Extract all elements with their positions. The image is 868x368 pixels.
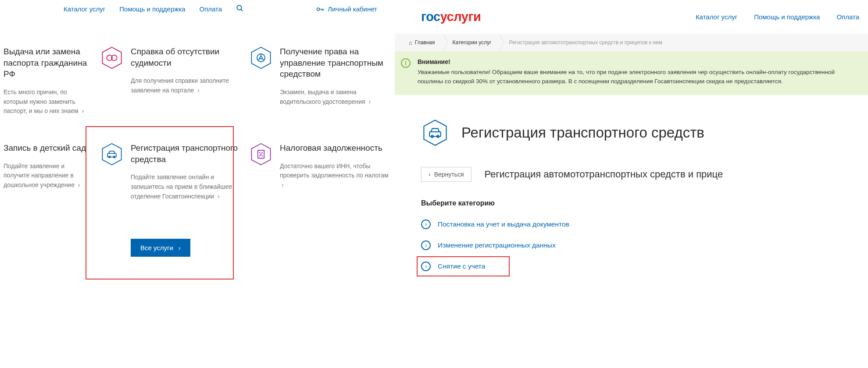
handcuffs-icon bbox=[100, 46, 124, 70]
chevron-right-icon: › bbox=[216, 193, 220, 200]
arrow-circle-icon: › bbox=[421, 219, 431, 229]
page-title: Регистрация транспортного средств bbox=[461, 124, 704, 141]
svg-line-14 bbox=[262, 59, 264, 60]
arrow-circle-icon: › bbox=[421, 241, 431, 250]
right-top-nav: госуслуги Каталог услуг Помощь и поддерж… bbox=[421, 0, 868, 34]
card-vehicle-registration[interactable]: Регистрация транспортного средства Подай… bbox=[100, 142, 240, 257]
card-criminal-record[interactable]: Справка об отсутствии судимости Для полу… bbox=[100, 46, 240, 116]
all-services-label: Все услуги bbox=[140, 244, 173, 251]
svg-point-0 bbox=[237, 5, 242, 10]
sub-header: ‹ Вернуться Регистрация автомототранспор… bbox=[421, 167, 868, 182]
back-label: Вернуться bbox=[434, 171, 464, 178]
breadcrumb-categories[interactable]: Категории услуг bbox=[443, 34, 500, 51]
nav-catalog[interactable]: Каталог услуг bbox=[64, 5, 105, 13]
svg-marker-24 bbox=[424, 120, 446, 145]
svg-point-22 bbox=[259, 152, 261, 153]
chevron-right-icon: › bbox=[282, 181, 284, 188]
percent-document-icon bbox=[249, 142, 273, 166]
card-desc: Достаточно вашего ИНН, чтобы проверить з… bbox=[280, 162, 389, 190]
category-label: Постановка на учет и выдача документов bbox=[438, 220, 569, 228]
choose-category-label: Выберите категорию bbox=[421, 199, 868, 207]
card-passport[interactable]: Выдача или замена паспорта гражданина РФ… bbox=[4, 46, 91, 116]
category-label: Изменение регистрационных данных bbox=[438, 241, 556, 249]
car-icon bbox=[100, 142, 124, 166]
home-icon: ⌂ bbox=[409, 39, 412, 46]
nav-pay[interactable]: Оплата bbox=[836, 13, 859, 21]
nav-pay[interactable]: Оплата bbox=[200, 5, 222, 13]
gosuslugi-logo[interactable]: госуслуги bbox=[421, 10, 481, 24]
card-title: Справка об отсутствии судимости bbox=[131, 46, 240, 68]
services-grid: Выдача или замена паспорта гражданина РФ… bbox=[0, 20, 395, 257]
arrow-circle-icon: › bbox=[421, 262, 431, 271]
card-title: Запись в детский сад bbox=[4, 142, 91, 154]
account-label: Личный кабинет bbox=[328, 5, 377, 13]
left-top-nav: Каталог услуг Помощь и поддержка Оплата … bbox=[0, 0, 395, 20]
search-icon[interactable] bbox=[236, 4, 244, 14]
card-kindergarten[interactable]: Запись в детский сад Подайте заявление и… bbox=[4, 142, 91, 257]
card-title: Налоговая задолженность bbox=[280, 142, 389, 154]
alert-icon: ! bbox=[401, 58, 411, 68]
car-icon bbox=[421, 119, 449, 147]
sub-title: Регистрация автомототранспортных средств… bbox=[485, 169, 723, 180]
svg-marker-15 bbox=[102, 144, 121, 165]
svg-line-13 bbox=[258, 59, 260, 60]
card-desc: Подайте заявление онлайн и запишитесь на… bbox=[131, 173, 240, 201]
key-icon bbox=[316, 6, 324, 12]
steering-wheel-icon bbox=[249, 46, 273, 70]
chevron-right-icon: › bbox=[179, 244, 181, 251]
card-desc: Есть много причин, по которым нужно заме… bbox=[4, 88, 91, 116]
attention-alert: ! Внимание! Уважаемые пользователи! Обра… bbox=[395, 51, 868, 95]
svg-point-11 bbox=[260, 57, 262, 59]
svg-marker-9 bbox=[251, 47, 270, 69]
card-driving-license[interactable]: Получение права на управление транспортн… bbox=[249, 46, 389, 116]
alert-title: Внимание! bbox=[418, 58, 859, 65]
back-button[interactable]: ‹ Вернуться bbox=[421, 167, 472, 182]
breadcrumb-current: Регистрация автомототранспортных средств… bbox=[499, 34, 670, 51]
account-link[interactable]: Личный кабинет bbox=[316, 5, 377, 13]
card-desc: Для получения справки заполните заявлени… bbox=[131, 76, 240, 95]
card-title: Получение права на управление транспортн… bbox=[280, 46, 389, 80]
category-label: Снятие с учета bbox=[438, 262, 485, 270]
chevron-left-icon: ‹ bbox=[429, 171, 431, 178]
chevron-right-icon: › bbox=[196, 87, 200, 94]
category-item-registration[interactable]: › Постановка на учет и выдача документов bbox=[421, 219, 868, 229]
card-title: Выдача или замена паспорта гражданина РФ bbox=[4, 46, 91, 80]
breadcrumb-home[interactable]: ⌂ Главная bbox=[399, 34, 443, 51]
nav-help[interactable]: Помощь и поддержка bbox=[754, 13, 820, 21]
chevron-right-icon: › bbox=[367, 98, 371, 105]
category-item-deregister[interactable]: › Снятие с учета bbox=[421, 262, 868, 271]
breadcrumb: ⌂ Главная Категории услуг Регистрация ав… bbox=[395, 34, 868, 51]
category-item-change-data[interactable]: › Изменение регистрационных данных bbox=[421, 241, 868, 250]
chevron-right-icon: › bbox=[76, 181, 80, 188]
all-services-button[interactable]: Все услуги › bbox=[131, 239, 190, 257]
card-title: Регистрация транспортного средства bbox=[131, 142, 240, 165]
svg-point-23 bbox=[261, 155, 263, 156]
alert-body: Уважаемые пользователи! Обращаем ваше вн… bbox=[418, 68, 859, 86]
card-tax-debt[interactable]: Налоговая задолженность Достаточно вашег… bbox=[249, 142, 389, 257]
chevron-right-icon: › bbox=[80, 107, 84, 114]
page-hero: Регистрация транспортного средств bbox=[421, 119, 868, 147]
svg-line-1 bbox=[241, 9, 243, 11]
svg-point-2 bbox=[317, 8, 320, 11]
category-list: › Постановка на учет и выдача документов… bbox=[421, 219, 868, 271]
card-desc: Экзамен, выдача и замена водительского у… bbox=[280, 88, 389, 106]
nav-help[interactable]: Помощь и поддержка bbox=[119, 5, 185, 13]
card-desc: Подайте заявление и получите направление… bbox=[4, 162, 91, 190]
nav-catalog[interactable]: Каталог услуг bbox=[696, 13, 737, 21]
